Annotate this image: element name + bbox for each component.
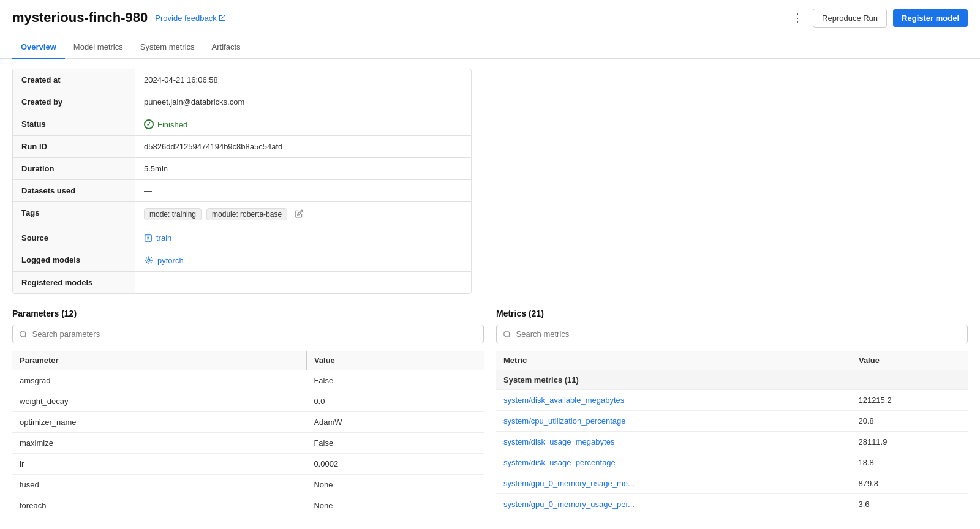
source-link[interactable]: train bbox=[144, 233, 172, 242]
top-bar-left: mysterious-finch-980 Provide feedback bbox=[12, 10, 226, 26]
top-bar-right: ⋮ Reproduce Run Register model bbox=[788, 7, 968, 28]
label-datasets: Datasets used bbox=[13, 180, 135, 201]
table-row: system/gpu_0_memory_usage_me...879.8 bbox=[496, 473, 968, 494]
table-row: maximizeFalse bbox=[12, 433, 484, 454]
metric-name[interactable]: system/disk_usage_megabytes bbox=[496, 432, 851, 452]
label-created-by: Created by bbox=[13, 91, 135, 113]
metric-col-header: Metric bbox=[496, 351, 851, 370]
table-row: system/disk_usage_megabytes28111.9 bbox=[496, 432, 968, 452]
metrics-search-input[interactable] bbox=[516, 329, 961, 339]
param-value: False bbox=[306, 370, 484, 391]
value-created-at: 2024-04-21 16:06:58 bbox=[135, 69, 471, 91]
parameters-search-input[interactable] bbox=[32, 329, 477, 339]
info-row-created-at: Created at 2024-04-21 16:06:58 bbox=[13, 69, 471, 91]
metrics-search-box[interactable] bbox=[496, 325, 968, 343]
metric-value-col-header: Value bbox=[851, 351, 968, 370]
value-source: train bbox=[135, 227, 471, 249]
pencil-icon bbox=[295, 209, 303, 218]
svg-point-1 bbox=[148, 259, 150, 261]
source-icon bbox=[144, 234, 153, 242]
table-row: weight_decay0.0 bbox=[12, 391, 484, 412]
metric-value: 879.8 bbox=[851, 473, 968, 494]
table-row: foreachNone bbox=[12, 495, 484, 516]
run-title: mysterious-finch-980 bbox=[12, 10, 148, 26]
param-name: optimizer_name bbox=[12, 412, 306, 433]
param-name: amsgrad bbox=[12, 370, 306, 391]
value-status: Finished bbox=[135, 113, 471, 135]
param-value: 0.0002 bbox=[306, 454, 484, 475]
info-row-logged-models: Logged models pytorch bbox=[13, 249, 471, 272]
register-model-button[interactable]: Register model bbox=[893, 9, 968, 27]
label-duration: Duration bbox=[13, 158, 135, 179]
metrics-search-icon bbox=[503, 330, 511, 339]
label-created-at: Created at bbox=[13, 69, 135, 91]
info-row-source: Source train bbox=[13, 227, 471, 249]
info-row-registered-models: Registered models — bbox=[13, 272, 471, 293]
main-content: Created at 2024-04-21 16:06:58 Created b… bbox=[0, 59, 980, 525]
info-row-datasets: Datasets used — bbox=[13, 180, 471, 202]
status-finished: Finished bbox=[144, 119, 187, 129]
value-duration: 5.5min bbox=[135, 158, 471, 179]
info-row-run-id: Run ID d5826dd21259474194b9c8b8a5c54afd bbox=[13, 136, 471, 158]
param-name: weight_decay bbox=[12, 391, 306, 412]
metric-name[interactable]: system/gpu_0_memory_usage_per... bbox=[496, 494, 851, 515]
param-name: foreach bbox=[12, 495, 306, 516]
value-registered-models: — bbox=[135, 272, 471, 293]
param-value: None bbox=[306, 495, 484, 516]
top-bar: mysterious-finch-980 Provide feedback ⋮ … bbox=[0, 0, 980, 36]
value-tags: mode: training module: roberta-base bbox=[135, 202, 471, 227]
tab-artifacts[interactable]: Artifacts bbox=[203, 36, 249, 59]
label-registered-models: Registered models bbox=[13, 272, 135, 293]
status-text: Finished bbox=[157, 120, 187, 129]
table-row: amsgradFalse bbox=[12, 370, 484, 391]
label-source: Source bbox=[13, 227, 135, 249]
value-run-id: d5826dd21259474194b9c8b8a5c54afd bbox=[135, 136, 471, 157]
table-row: system/gpu_0_memory_usage_per...3.6 bbox=[496, 494, 968, 515]
label-status: Status bbox=[13, 113, 135, 135]
metric-name[interactable]: system/cpu_utilization_percentage bbox=[496, 411, 851, 432]
param-value: None bbox=[306, 475, 484, 495]
parameters-search-box[interactable] bbox=[12, 325, 484, 343]
metric-name[interactable]: system/disk_usage_percentage bbox=[496, 452, 851, 473]
more-options-button[interactable]: ⋮ bbox=[788, 7, 807, 28]
param-name: fused bbox=[12, 475, 306, 495]
metrics-table: Metric Value System metrics (11)system/d… bbox=[496, 351, 968, 514]
svg-point-2 bbox=[20, 331, 26, 336]
edit-tags-button[interactable] bbox=[292, 209, 306, 220]
table-row: system/disk_available_megabytes121215.2 bbox=[496, 390, 968, 411]
value-created-by: puneet.jain@databricks.com bbox=[135, 91, 471, 113]
external-link-icon bbox=[219, 14, 226, 21]
info-row-duration: Duration 5.5min bbox=[13, 158, 471, 180]
table-row: system/disk_usage_percentage18.8 bbox=[496, 452, 968, 473]
metric-value: 121215.2 bbox=[851, 390, 968, 411]
metrics-section-header: System metrics (11) bbox=[496, 370, 968, 390]
logged-model-link[interactable]: pytorch bbox=[144, 255, 184, 265]
param-name: maximize bbox=[12, 433, 306, 454]
metric-name[interactable]: system/gpu_0_memory_usage_me... bbox=[496, 473, 851, 494]
tag-module: module: roberta-base bbox=[206, 208, 287, 220]
info-row-status: Status Finished bbox=[13, 113, 471, 136]
tab-system-metrics[interactable]: System metrics bbox=[132, 36, 203, 59]
metric-value: 3.6 bbox=[851, 494, 968, 515]
parameters-title: Parameters (12) bbox=[12, 309, 484, 318]
table-row: lr0.0002 bbox=[12, 454, 484, 475]
feedback-link[interactable]: Provide feedback bbox=[155, 13, 225, 23]
info-row-tags: Tags mode: training module: roberta-base bbox=[13, 202, 471, 227]
metrics-panel: Metrics (21) Metric Value System metrics… bbox=[496, 309, 968, 516]
reproduce-run-button[interactable]: Reproduce Run bbox=[813, 9, 887, 28]
tab-overview[interactable]: Overview bbox=[12, 36, 65, 59]
param-value-col-header: Value bbox=[306, 351, 484, 370]
panels-row: Parameters (12) Parameter Value amsgradF… bbox=[12, 309, 968, 516]
search-icon bbox=[19, 330, 28, 339]
value-logged-models: pytorch bbox=[135, 249, 471, 271]
info-table: Created at 2024-04-21 16:06:58 Created b… bbox=[12, 69, 472, 294]
label-logged-models: Logged models bbox=[13, 249, 135, 271]
param-col-header: Parameter bbox=[12, 351, 306, 370]
value-datasets: — bbox=[135, 180, 471, 201]
tab-model-metrics[interactable]: Model metrics bbox=[65, 36, 132, 59]
metric-value: 18.8 bbox=[851, 452, 968, 473]
label-tags: Tags bbox=[13, 202, 135, 227]
info-row-created-by: Created by puneet.jain@databricks.com bbox=[13, 91, 471, 113]
metric-name[interactable]: system/disk_available_megabytes bbox=[496, 390, 851, 411]
table-row: optimizer_nameAdamW bbox=[12, 412, 484, 433]
